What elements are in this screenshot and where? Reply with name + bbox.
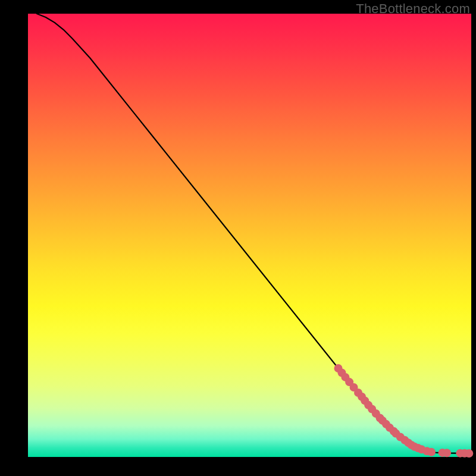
scatter-points	[334, 364, 474, 458]
chart-frame: TheBottleneck.com	[0, 0, 476, 476]
data-point	[427, 448, 436, 456]
curve-line	[37, 14, 469, 453]
data-point	[443, 449, 451, 457]
data-point	[465, 449, 473, 458]
chart-overlay	[28, 14, 471, 457]
